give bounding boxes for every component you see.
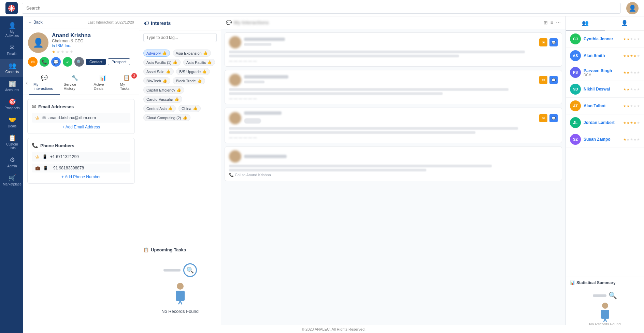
interaction-item-last: 📞 Call to Anand Krishna: [225, 147, 562, 181]
sidebar-item-my-activities[interactable]: 👤 My Activities: [0, 19, 23, 41]
tag-bs-upgrade[interactable]: B/S Upgrade 👍: [176, 68, 210, 75]
sidebar-item-prospects[interactable]: 🎯 Prospects: [0, 95, 23, 113]
sort-icon[interactable]: ≡: [550, 20, 553, 25]
add-phone-link[interactable]: + Add Phone Number: [32, 175, 130, 179]
interaction-name-blurred-3: [244, 111, 282, 115]
interaction-actions: ✉ 💬: [539, 38, 558, 46]
tab-people[interactable]: 👥: [566, 16, 605, 30]
search-input[interactable]: [22, 3, 621, 14]
interests-header: 🏷 Interests: [139, 16, 221, 30]
nav-arrow-left[interactable]: ‹: [25, 79, 29, 86]
contact-item-cj[interactable]: CJ Cynthia Jenner ★★★★★: [566, 31, 644, 47]
prospect-tag[interactable]: Prospect: [108, 58, 130, 65]
tag-thumb-icon[interactable]: 👍: [197, 79, 202, 83]
tags-area: Advisory 👍 Asia Expansion 👍 Asia Pacific…: [139, 45, 221, 243]
back-button[interactable]: ← Back: [28, 20, 43, 25]
contact-item-as[interactable]: AS Alan Smith ★★★★★: [566, 47, 644, 64]
prospects-icon: 🎯: [9, 99, 16, 105]
tag-asset-sale[interactable]: Asset Sale 👍: [143, 68, 174, 75]
sidebar-item-deals[interactable]: 🤝 Deals: [0, 113, 23, 131]
contact-list: CJ Cynthia Jenner ★★★★★ AS Alan Smith ★★…: [566, 31, 644, 277]
tag-thumb-icon[interactable]: 👍: [207, 60, 212, 65]
contact-item-ps[interactable]: PS Parveen Singh DCM ★★★★★: [566, 64, 644, 81]
interactions-title: 💬 My Interactions: [226, 20, 269, 25]
chat-action-button[interactable]: 💬: [51, 57, 61, 67]
tag-label: Asia Pacific (1): [146, 60, 171, 65]
blurred-detail-7: [229, 165, 492, 167]
add-email-link[interactable]: + Add Email Address: [32, 125, 130, 129]
star-4: ★: [65, 50, 69, 54]
tag-thumb-icon[interactable]: 👍: [203, 51, 208, 55]
tag-thumb-icon[interactable]: 👍: [166, 69, 171, 74]
action-btn-3[interactable]: ✉: [539, 76, 547, 84]
filter-icon[interactable]: ⊞: [544, 20, 548, 25]
contact-info-at: Alan Talbot: [584, 103, 620, 108]
phone-action-button[interactable]: 📞: [40, 57, 49, 67]
tag-asia-expansion[interactable]: Asia Expansion 👍: [173, 50, 211, 57]
service-history-tab-icon: 🔧: [71, 74, 78, 81]
tag-cloud-computing[interactable]: Cloud Computing (2) 👍: [143, 114, 190, 121]
tag-asia-pacific[interactable]: Asia-Pacific 👍: [183, 59, 215, 66]
user-avatar[interactable]: 👤: [626, 2, 639, 14]
action-btn-4[interactable]: 💬: [549, 76, 558, 84]
nav-badge: 3: [131, 73, 137, 79]
contact-item-sz[interactable]: SZ Susan Zampo ★★★★★: [566, 131, 644, 148]
contacts-icon: 👥: [9, 63, 16, 69]
profile-name: Anand Krishna: [52, 32, 91, 39]
action-btn-2[interactable]: 💬: [549, 38, 558, 46]
tag-label: Cloud Computing (2): [146, 116, 181, 120]
profile-company: in IBM Inc.: [52, 43, 134, 48]
tag-thumb-icon[interactable]: 👍: [162, 79, 167, 83]
contact-avatar-as: AS: [570, 50, 581, 61]
task-action-button[interactable]: ✓: [63, 57, 72, 67]
contact-tag[interactable]: Contact: [86, 59, 106, 65]
no-records-tasks: 🔍 No Records Found: [143, 255, 217, 322]
tag-capital-efficiency[interactable]: Capital Efficiency 👍: [143, 86, 184, 94]
no-records-illustration: [172, 281, 189, 305]
contact-item-nd[interactable]: ND Nikhil Deswal ★★★★★: [566, 81, 644, 98]
custom-lists-icon: 📋: [9, 135, 16, 141]
email-address: anand.krishna@xibm.com: [48, 115, 96, 120]
interaction-item: ✉ 💬 — — — — — —: [225, 108, 562, 143]
tag-bio-tech[interactable]: Bio-Tech 👍: [143, 77, 170, 84]
tag-central-asia[interactable]: Central Asia 👍: [143, 105, 176, 112]
tag-china[interactable]: China 👍: [178, 105, 201, 112]
email-section-title: ✉ Email Addresses: [32, 103, 130, 110]
tag-label: Block Trade: [176, 79, 196, 83]
contact-item-jl[interactable]: JL Jordan Lambert ★★★★★: [566, 114, 644, 131]
email-action-button[interactable]: ✉: [28, 57, 38, 67]
tag-thumb-icon[interactable]: 👍: [173, 60, 177, 65]
action-btn-1[interactable]: ✉: [539, 38, 547, 46]
sidebar-item-custom-lists[interactable]: 📋 Custom Lists: [0, 131, 23, 153]
sidebar-item-marketplace[interactable]: 🛒 Marketplace: [0, 171, 23, 190]
tag-thumb-icon[interactable]: 👍: [162, 51, 167, 55]
tag-thumb-icon[interactable]: 👍: [202, 69, 207, 74]
action-btn-5[interactable]: ✉: [539, 114, 547, 122]
tag-thumb-icon[interactable]: 👍: [183, 115, 187, 120]
email-section: ✉ Email Addresses ♔ ✉ anand.krishna@xibm…: [27, 99, 135, 134]
tab-my-interactions[interactable]: 💬 My Interactions: [29, 71, 60, 95]
sidebar-item-accounts[interactable]: 🏢 Accounts: [0, 77, 23, 95]
action-btn-6[interactable]: 💬: [549, 114, 558, 122]
more-icon[interactable]: ⋯: [556, 20, 561, 25]
tag-thumb-icon[interactable]: 👍: [193, 106, 198, 111]
tab-service-history[interactable]: 🔧 Service History: [60, 71, 90, 95]
contact-item-at[interactable]: AT Alan Talbot ★★★★★: [566, 98, 644, 114]
interests-search-area: [139, 30, 221, 45]
search-action-button[interactable]: 🔍: [74, 57, 84, 67]
tag-block-trade[interactable]: Block Trade 👍: [173, 77, 205, 84]
tag-cardio-vascular[interactable]: Cardio-Vascular 👍: [143, 96, 182, 103]
sidebar-item-admin[interactable]: ⚙ Admin: [0, 153, 23, 171]
tag-thumb-icon[interactable]: 👍: [174, 97, 179, 101]
tab-active-deals[interactable]: 📊 Active Deals: [90, 71, 116, 95]
tag-asia-pacific-1[interactable]: Asia Pacific (1) 👍: [143, 59, 181, 66]
tab-profile[interactable]: 👤: [605, 16, 644, 30]
contact-avatar-sz: SZ: [570, 134, 581, 145]
tag-thumb-icon[interactable]: 👍: [168, 106, 173, 111]
interests-search-input[interactable]: [143, 33, 217, 42]
contact-stars-nd: ★★★★★: [623, 87, 640, 91]
tag-thumb-icon[interactable]: 👍: [176, 88, 181, 92]
sidebar-item-contacts[interactable]: 👥 Contacts: [0, 59, 23, 77]
sidebar-item-emails[interactable]: ✉ Emails: [0, 41, 23, 59]
tag-advisory[interactable]: Advisory 👍: [143, 50, 170, 57]
